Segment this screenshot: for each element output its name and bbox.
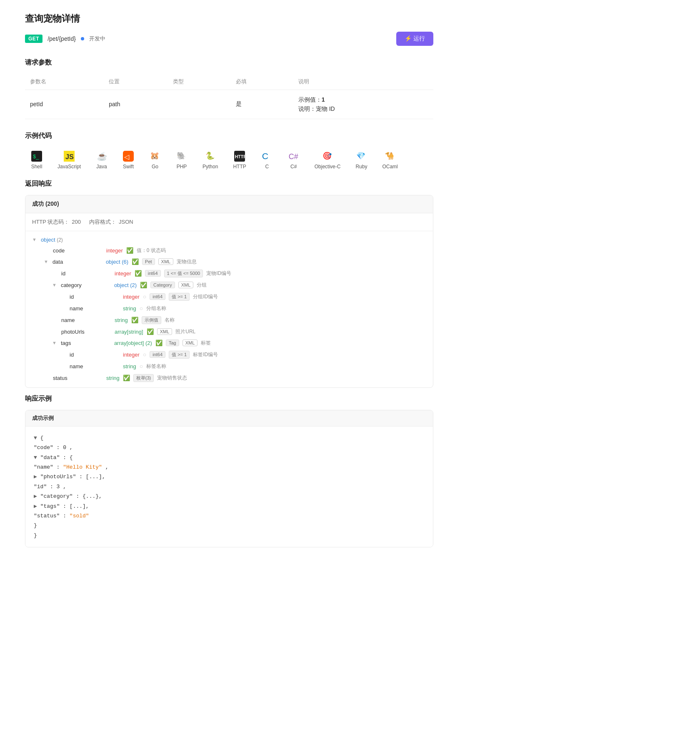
code-tab-csharp[interactable]: C# C# — [282, 147, 305, 173]
code-tab-objectivec[interactable]: 🎯 Objective-C — [309, 147, 347, 173]
schema-badge: XML — [157, 328, 172, 335]
example-line: "code" : 0 , — [34, 443, 425, 452]
schema-badge: int64 — [145, 270, 161, 277]
schema-field-type: array[string] — [115, 329, 143, 335]
param-desc: 示例值：1 说明：宠物 ID — [293, 90, 433, 119]
schema-field-type: string — [115, 317, 128, 323]
ruby-label: Ruby — [355, 164, 367, 170]
response-block: 成功 (200) HTTP 状态码： 200 内容格式： JSON ▼objec… — [25, 195, 433, 388]
schema-field-desc: 宠物信息 — [177, 258, 197, 265]
go-label: Go — [152, 164, 158, 170]
example-line: } — [34, 521, 425, 530]
python-label: Python — [202, 164, 218, 170]
example-header: 成功示例 — [25, 410, 433, 427]
svg-text:◁: ◁ — [124, 152, 130, 160]
svg-text:🐹: 🐹 — [150, 151, 160, 160]
collapse-icon[interactable]: ▼ — [32, 237, 37, 242]
ocaml-icon: 🐪 — [384, 150, 396, 162]
code-tab-javascript[interactable]: JS JavaScript — [52, 147, 87, 173]
schema-badge: Tag — [166, 340, 179, 346]
example-line: } — [34, 531, 425, 540]
schema-field-row: name string ✅ 示例值 名称 — [25, 314, 433, 326]
csharp-icon: C# — [288, 150, 300, 162]
collapse-icon[interactable]: ▼ — [52, 340, 57, 345]
shell-icon: $_ — [31, 150, 42, 162]
schema-field-row: name string ○ 分组名称 — [25, 303, 433, 314]
schema-field-row: id integer ○ int64 值 >= 1 标签ID编号 — [25, 349, 433, 361]
status-dot — [81, 37, 84, 40]
c-icon: C — [261, 150, 273, 162]
code-tab-shell[interactable]: $_ Shell — [25, 147, 48, 173]
check-icon: ✅ — [135, 270, 142, 277]
ruby-icon: 💎 — [355, 150, 367, 162]
col-type: 类型 — [168, 74, 230, 90]
svg-text:$_: $_ — [33, 153, 39, 160]
example-line: ▶ "tags" : [...], — [34, 502, 425, 511]
schema-field-name: name — [61, 317, 111, 323]
circle-icon: ○ — [143, 351, 146, 358]
svg-text:🐍: 🐍 — [205, 151, 215, 160]
schema-field-desc: 标签 — [201, 340, 211, 347]
check-icon: ✅ — [131, 317, 138, 323]
objectivec-icon: 🎯 — [322, 150, 333, 162]
example-line: ▼ "data" : { — [34, 453, 425, 462]
schema-field-name: status — [53, 375, 103, 381]
schema-field-name: name — [70, 305, 120, 312]
run-button[interactable]: ⚡ 运行 — [396, 32, 433, 46]
schema-root: ▼object (2) — [25, 235, 433, 245]
shell-label: Shell — [31, 164, 42, 170]
schema-badge: 示例值 — [142, 316, 161, 324]
code-tab-c[interactable]: C C — [255, 147, 279, 173]
schema-badge: XML — [158, 258, 174, 265]
endpoint-path: /pet/{petId} — [48, 35, 76, 42]
schema-field-name: data — [52, 259, 102, 265]
schema-field-name: photoUrls — [61, 329, 111, 335]
schema-field-desc: 名称 — [165, 317, 175, 324]
schema-field-desc: 标签ID编号 — [193, 351, 218, 358]
schema-field-desc: 宠物ID编号 — [206, 270, 231, 277]
php-icon: 🐘 — [176, 150, 188, 162]
code-tab-swift[interactable]: ◁ Swift — [117, 147, 140, 173]
svg-text:C#: C# — [289, 152, 298, 160]
svg-text:HTTP: HTTP — [235, 154, 245, 159]
example-line: ▼ { — [34, 433, 425, 443]
http-icon: HTTP — [234, 150, 245, 162]
php-label: PHP — [177, 164, 187, 170]
schema-badge: XML — [182, 340, 198, 346]
collapse-icon[interactable]: ▼ — [52, 282, 57, 287]
example-line: "status" : "sold" — [34, 511, 425, 521]
col-desc: 说明 — [293, 74, 433, 90]
page-title: 查询宠物详情 — [25, 12, 433, 25]
code-tab-php[interactable]: 🐘 PHP — [170, 147, 193, 173]
schema-field-row: status string ✅ 枚举(3) 宠物销售状态 — [25, 372, 433, 384]
c-label: C — [265, 164, 269, 170]
schema-field-row: ▼ tags array[object] (2) ✅ Tag XML 标签 — [25, 337, 433, 349]
example-line: ▶ "photoUrls" : [...], — [34, 472, 425, 482]
param-position: path — [104, 90, 168, 119]
code-tab-python[interactable]: 🐍 Python — [197, 147, 224, 173]
content-type-meta: 内容格式： JSON — [89, 218, 133, 226]
response-section-title: 返回响应 — [25, 180, 433, 188]
python-icon: 🐍 — [205, 150, 216, 162]
collapse-icon[interactable]: ▼ — [44, 259, 48, 264]
code-tab-ruby[interactable]: 💎 Ruby — [350, 147, 373, 173]
example-line: ▶ "category" : {...}, — [34, 492, 425, 501]
schema-root-type: object (2) — [41, 237, 63, 243]
schema-field-row: photoUrls array[string] ✅ XML 照片URL — [25, 326, 433, 337]
params-section-title: 请求参数 — [25, 58, 433, 67]
svg-text:C: C — [262, 151, 268, 160]
code-tab-go[interactable]: 🐹 Go — [143, 147, 167, 173]
ocaml-label: OCaml — [382, 164, 398, 170]
schema-badge: int64 — [150, 293, 165, 300]
schema-field-name: id — [61, 270, 111, 277]
schema-field-row: ▼ category object (2) ✅ Category XML 分组 — [25, 280, 433, 291]
method-badge: GET — [25, 35, 42, 43]
code-tab-http[interactable]: HTTP HTTP — [227, 147, 252, 173]
svg-text:☕: ☕ — [97, 151, 107, 161]
check-icon: ✅ — [132, 258, 139, 265]
svg-text:💎: 💎 — [356, 151, 366, 160]
code-tab-java[interactable]: ☕ Java — [90, 147, 113, 173]
schema-field-type: array[object] (2) — [114, 340, 152, 346]
svg-text:🎯: 🎯 — [322, 151, 332, 160]
code-tab-ocaml[interactable]: 🐪 OCaml — [376, 147, 403, 173]
